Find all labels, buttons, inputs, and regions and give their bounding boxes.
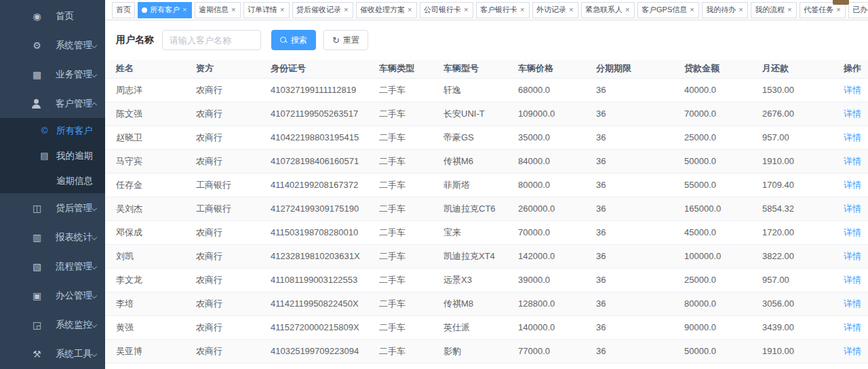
detail-link[interactable]: 详情 — [844, 109, 861, 119]
table-cell: 140000.0 — [518, 315, 596, 339]
table-cell: 90000.0 — [684, 315, 762, 339]
table-cell: 411402199208167372 — [271, 173, 379, 197]
sidebar-item-报表统计[interactable]: ▥ 报表统计 — [0, 222, 105, 252]
table-row: 黄强农商行41152720000215809X二手车英仕派140000.0369… — [105, 315, 868, 339]
table-cell: 1720.00 — [762, 220, 844, 244]
process-icon: ▧ — [31, 261, 43, 272]
tab-公司银行卡[interactable]: 公司银行卡 × — [420, 2, 473, 18]
column-header-月还款: 月还款 — [762, 60, 844, 78]
detail-link[interactable]: 详情 — [844, 227, 861, 237]
table-cell: 1709.40 — [762, 173, 844, 197]
table-cell: 任存金 — [105, 173, 196, 197]
tab-close-icon[interactable]: × — [787, 6, 793, 14]
table-cell: 影豹 — [443, 339, 518, 363]
table-cell: 411503198708280010 — [271, 220, 379, 244]
tab-所有客户[interactable]: 所有客户 × — [138, 2, 192, 18]
detail-link[interactable]: 详情 — [844, 85, 861, 95]
table-cell: 二手车 — [379, 78, 443, 102]
customer-name-input[interactable] — [162, 30, 261, 50]
table-cell-action: 详情 — [844, 173, 868, 197]
tab-首页[interactable]: 首页 — [112, 2, 135, 18]
table-cell — [271, 363, 379, 369]
tab-逾期信息[interactable]: 逾期信息 × — [195, 2, 241, 18]
detail-link[interactable]: 详情 — [844, 322, 861, 332]
table-cell: 50000.0 — [684, 149, 762, 173]
table-cell: 410325199709223094 — [271, 339, 379, 363]
sidebar-item-系统工具[interactable]: ⚒ 系统工具 — [0, 339, 105, 368]
detail-link[interactable]: 详情 — [844, 132, 861, 142]
table-cell-action: 详情 — [844, 315, 868, 339]
table-cell: 周志洋 — [105, 78, 196, 102]
detail-link[interactable]: 详情 — [844, 275, 861, 285]
tab-close-icon[interactable]: × — [690, 6, 695, 14]
table-cell: 957.00 — [762, 268, 844, 292]
sidebar-item-业务管理[interactable]: ▦ 业务管理 — [0, 60, 105, 89]
sidebar-item-系统管理[interactable]: ⚙ 系统管理 — [0, 31, 105, 60]
avatar[interactable] — [833, 0, 849, 5]
tab-close-icon[interactable]: × — [520, 6, 526, 14]
search-button[interactable]: 搜索 — [271, 30, 316, 50]
detail-link[interactable]: 详情 — [844, 180, 861, 190]
customer-table-container: 姓名资方身份证号车辆类型车辆型号车辆价格分期期限贷款金额月还款操作 周志洋农商行… — [105, 60, 868, 369]
sidebar-item-客户管理[interactable]: 客户管理 — [0, 89, 105, 118]
sidebar-item-所有客户[interactable]: © 所有客户 — [0, 118, 105, 143]
tab-订单详情[interactable]: 订单详情 × — [243, 2, 290, 18]
tab-催收处理方案[interactable]: 催收处理方案 × — [356, 2, 417, 18]
table-row: 赵晓卫农商行410422198803195415二手车帝豪GS35000.036… — [105, 125, 868, 149]
sidebar-item-首页[interactable]: ◉ 首页 — [0, 1, 105, 31]
sidebar-item-办公管理[interactable]: ▣ 办公管理 — [0, 281, 105, 310]
detail-link[interactable]: 详情 — [844, 298, 861, 309]
tab-我的流程[interactable]: 我的流程 × — [751, 2, 797, 18]
table-cell: 410422198803195415 — [271, 125, 379, 149]
detail-link[interactable]: 详情 — [844, 203, 861, 214]
tab-我的待办[interactable]: 我的待办 × — [702, 2, 748, 18]
column-header-资方: 资方 — [196, 60, 271, 78]
table-cell: 工商银行 — [196, 173, 271, 197]
tab-close-icon[interactable]: × — [464, 6, 469, 14]
detail-link[interactable]: 详情 — [844, 156, 861, 166]
tab-close-icon[interactable]: × — [625, 6, 631, 14]
table-cell: 邓保成 — [105, 220, 196, 244]
tab-close-icon[interactable]: × — [836, 6, 842, 14]
table-row: 吴刘杰工商银行412724199309175190二手车凯迪拉克CT626000… — [105, 197, 868, 220]
detail-link[interactable]: 详情 — [844, 251, 861, 261]
tab-客户银行卡[interactable]: 客户银行卡 × — [476, 2, 530, 18]
tab-已办任务[interactable]: 已办任务 × — [848, 2, 868, 18]
sidebar-item-逾期信息[interactable]: 逾期信息 — [0, 168, 105, 193]
table-row: 邓保成农商行411503198708280010二手车宝来70000.03645… — [105, 220, 868, 244]
sidebar-item-流程管理[interactable]: ▧ 流程管理 — [0, 252, 105, 281]
table-cell: 农商行 — [196, 78, 271, 102]
table-cell-action: 详情 — [844, 197, 868, 220]
table-cell: 128800.0 — [518, 292, 596, 315]
tab-close-icon[interactable]: × — [344, 6, 349, 14]
tab-外访记录[interactable]: 外访记录 × — [532, 2, 578, 18]
table-cell: 36 — [596, 149, 684, 173]
table-cell: 70000.0 — [518, 220, 596, 244]
sidebar-item-我的逾期[interactable]: ▤ 我的逾期 — [0, 143, 105, 168]
tab-close-icon[interactable]: × — [408, 6, 413, 14]
tab-close-icon[interactable]: × — [569, 6, 574, 14]
table-cell: 二手车 — [379, 244, 443, 268]
tab-紧急联系人[interactable]: 紧急联系人 × — [581, 2, 635, 18]
table-cell: 36 — [596, 315, 684, 339]
table-cell: 35000.0 — [518, 125, 596, 149]
tab-close-icon[interactable]: × — [738, 6, 744, 14]
tab-贷后催收记录[interactable]: 贷后催收记录 × — [292, 2, 353, 18]
home-icon: ◉ — [31, 11, 43, 22]
table-row: 李文龙农商行411081199003122553二手车远景X339000.036… — [105, 268, 868, 292]
reset-button[interactable]: ↻ 重置 — [323, 30, 368, 50]
table-cell: 41152720000215809X — [271, 315, 379, 339]
detail-link[interactable]: 详情 — [844, 346, 861, 356]
sidebar-item-贷后管理[interactable]: ◫ 贷后管理 — [0, 193, 105, 222]
table-cell: 410728198406160571 — [271, 149, 379, 173]
tab-bar: 首页 所有客户 × 逾期信息 × 订单详情 × 贷后催收记录 × 催收处理方案 … — [105, 0, 868, 20]
table-cell: 41142119950822450X — [271, 292, 379, 315]
tab-close-icon[interactable]: × — [182, 6, 188, 14]
sidebar-item-系统监控[interactable]: ◲ 系统监控 — [0, 310, 105, 339]
sidebar-menu-top: ◉ 首页 ⚙ 系统管理 ▦ 业务管理 客户管理 — [0, 1, 105, 118]
table-cell: 3056.00 — [762, 292, 844, 315]
tab-客户GPS信息[interactable]: 客户GPS信息 × — [637, 2, 699, 18]
table-cell: 农商行 — [196, 244, 271, 268]
tab-close-icon[interactable]: × — [280, 6, 285, 14]
tab-close-icon[interactable]: × — [231, 6, 237, 14]
